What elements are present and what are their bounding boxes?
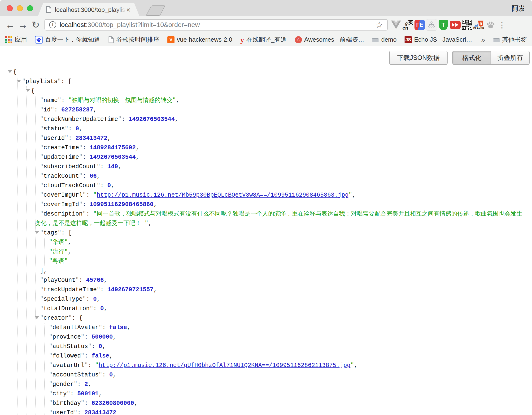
bookmark-item[interactable]: 谷歌按时间排序 [108, 36, 159, 44]
collapse-triangle-icon [44, 249, 49, 253]
collapse-triangle-icon [44, 363, 49, 367]
bookmark-item[interactable]: y在线翻译_有道 [240, 36, 286, 44]
reload-button[interactable]: ↻ [29, 20, 42, 29]
bookmark-item[interactable]: 百度一下，你就知道 [35, 36, 100, 44]
json-row: "userId": 283413472 [0, 408, 532, 415]
download-json-button[interactable]: 下载JSON数据 [389, 51, 447, 65]
bookmark-item[interactable]: JSEcho JS - JavaScri… [405, 36, 472, 43]
bookmark-item[interactable]: 应用 [5, 36, 27, 44]
json-row: "avatarUrl": "http://p1.music.126.net/gU… [0, 361, 532, 370]
json-row: "birthday": 623260800000, [0, 399, 532, 408]
collapse-triangle-icon [35, 174, 40, 178]
bookmarks-overflow-chevron[interactable]: » [481, 36, 485, 44]
bookmark-item[interactable]: demo [372, 36, 397, 43]
json-link[interactable]: http://p1.music.126.net/gUfH0bhzOfAl71NU… [99, 362, 351, 369]
extension-video-fastforward-icon[interactable] [449, 19, 461, 31]
youdao-favicon: y [240, 36, 244, 44]
new-tab-button[interactable] [146, 5, 165, 16]
json-row: "specialType": 0, [0, 295, 532, 304]
bookmark-other-folder[interactable]: 其他书签 [493, 36, 527, 44]
json-row: "trackCount": 66, [0, 172, 532, 181]
collapse-triangle-icon [35, 145, 40, 149]
json-row: "accountStatus": 0, [0, 370, 532, 380]
collapse-triangle-icon [35, 135, 40, 140]
page-info-icon[interactable]: i [49, 21, 56, 29]
back-button[interactable]: ← [4, 20, 17, 29]
tab-title: localhost:3000/top_playlist?lim [55, 6, 126, 13]
bookmark-item[interactable]: AAwesomes - 前端资… [295, 36, 364, 44]
collapse-triangle-icon [35, 107, 40, 111]
vue-icon [391, 20, 401, 29]
collapse-triangle-icon[interactable] [35, 230, 40, 234]
json-row: "subscribedCount": 140, [0, 162, 532, 172]
tab-close-icon[interactable]: × [126, 6, 131, 13]
collapse-triangle-icon [44, 325, 49, 329]
json-row: "playlists": [ [0, 77, 532, 86]
json-row: "coverImgId": 109951162908465860, [0, 200, 532, 209]
collapse-all-button[interactable]: 折叠所有 [491, 51, 530, 65]
collapse-triangle-icon[interactable] [26, 88, 31, 93]
zoom-window-button[interactable] [27, 5, 33, 11]
json-row: "cloudTrackCount": 0, [0, 181, 532, 191]
extension-vue-devtools-icon[interactable] [390, 19, 402, 31]
json-row: "createTime": 1489284175692, [0, 143, 532, 153]
json-row: "trackUpdateTime": 1492679721557, [0, 285, 532, 295]
json-row: "华语", [0, 238, 532, 247]
chrome-menu-icon[interactable]: ⋮ [498, 20, 505, 29]
extension-page-tree-icon[interactable] [426, 19, 437, 31]
json-link[interactable]: http://p1.music.126.net/Mb59p30BpEQLcBQe… [97, 192, 349, 199]
forward-button[interactable]: → [17, 20, 29, 29]
extension-translator-icon[interactable]: 英en⇄ [402, 19, 414, 31]
format-button[interactable]: 格式化 [452, 51, 491, 65]
minimize-window-button[interactable] [17, 5, 23, 11]
collapse-triangle-icon[interactable] [17, 79, 22, 83]
collapse-triangle-icon [35, 126, 40, 130]
bookmarks-bar: 应用百度一下，你就知道谷歌按时间排序Vvue-hackernews-2.0y在线… [0, 33, 532, 46]
bookmark-item[interactable]: Vvue-hackernews-2.0 [167, 36, 232, 43]
close-window-button[interactable] [7, 5, 13, 11]
json-row: "creator": { [0, 313, 532, 323]
traffic-lights [7, 5, 33, 11]
collapse-triangle-icon [44, 334, 49, 338]
extension-fehelper-icon[interactable]: FE [414, 19, 426, 31]
json-row: "name": "独唱与对唱的切换 氛围与情感的转变", [0, 96, 532, 105]
extension-paw-icon[interactable] [485, 19, 496, 31]
json-row: "city": 500101, [0, 389, 532, 399]
json-row: "playCount": 45766, [0, 276, 532, 285]
bookmark-star-icon[interactable]: ☆ [375, 20, 383, 29]
json-row: "粤语" [0, 257, 532, 266]
view-mode-group: 格式化 折叠所有 [452, 51, 530, 65]
json-row: "流行", [0, 247, 532, 257]
extensions-bar: 英en⇄FET5PLAYER [390, 19, 496, 31]
bookmark-label: 百度一下，你就知道 [45, 36, 100, 44]
folder-icon [493, 37, 500, 42]
bookmark-label: Awesomes - 前端资… [304, 36, 364, 44]
collapse-triangle-icon [44, 259, 49, 263]
vue-favicon: V [167, 36, 174, 43]
collapse-triangle-icon [44, 391, 49, 395]
bookmark-label: 应用 [15, 36, 27, 44]
address-bar[interactable]: i localhost:3000/top_playlist?limit=10&o… [44, 19, 388, 30]
json-row: "description": "同一首歌，独唱模式与对唱模式有没有什么不同呢？独… [0, 209, 532, 228]
collapse-triangle-icon [35, 183, 40, 187]
page-icon [108, 37, 114, 43]
extension-tampermonkey-icon[interactable]: T [437, 19, 449, 31]
collapse-triangle-icon [35, 98, 40, 102]
extension-qrcode-icon[interactable] [461, 19, 473, 31]
extension-html5-player-icon[interactable]: 5PLAYER [473, 19, 485, 31]
json-row: "coverImgUrl": "http://p1.music.126.net/… [0, 191, 532, 200]
collapse-triangle-icon [44, 372, 49, 376]
indent-guide [36, 96, 36, 415]
collapse-triangle-icon [44, 240, 49, 244]
browser-tab[interactable]: localhost:3000/top_playlist?lim × [38, 3, 140, 16]
profile-name[interactable]: 阿发 [512, 4, 525, 13]
json-row: "defaultAvatar": false, [0, 323, 532, 332]
paw-icon [486, 20, 495, 29]
bookmark-label: 在线翻译_有道 [246, 36, 286, 44]
toolbar: ← → ↻ i localhost:3000/top_playlist?limi… [0, 16, 532, 33]
collapse-triangle-icon[interactable] [35, 315, 40, 320]
json-row: "updateTime": 1492676503544, [0, 153, 532, 162]
collapse-triangle-icon[interactable] [8, 69, 13, 74]
collapse-triangle-icon [35, 278, 40, 282]
collapse-triangle-icon [35, 306, 40, 310]
